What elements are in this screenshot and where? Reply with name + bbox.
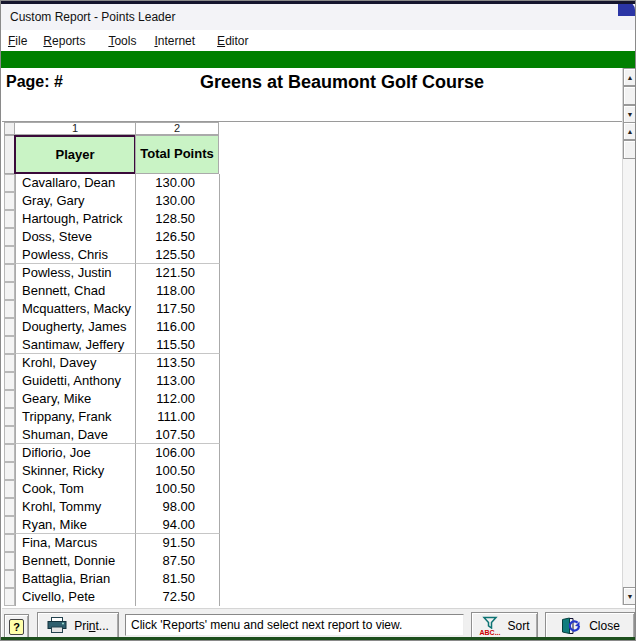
table-scrollbar-thumb[interactable]	[623, 140, 636, 159]
row-header-cell[interactable]	[4, 426, 15, 444]
points-cell[interactable]: 106.00	[136, 444, 220, 462]
row-header-cell[interactable]	[4, 264, 15, 282]
points-cell[interactable]: 100.50	[136, 462, 220, 480]
menu-file[interactable]: File	[3, 32, 32, 50]
player-cell[interactable]: Trippany, Frank	[15, 408, 136, 426]
player-cell[interactable]: Cook, Tom	[15, 480, 136, 498]
player-cell[interactable]: Fina, Marcus	[15, 534, 136, 552]
points-cell[interactable]: 81.50	[136, 570, 220, 588]
row-header-cell[interactable]	[4, 192, 15, 210]
row-header-cell[interactable]	[4, 228, 15, 246]
row-header-cell[interactable]	[4, 588, 15, 606]
row-header-cell[interactable]	[4, 300, 15, 318]
row-header-cell[interactable]	[4, 462, 15, 480]
player-cell[interactable]: Shuman, Dave	[15, 426, 136, 444]
row-header-cell[interactable]	[4, 444, 15, 462]
player-cell[interactable]: Santimaw, Jeffery	[15, 336, 136, 354]
total-points-column-header[interactable]: Total Points	[135, 135, 219, 174]
row-header-cell[interactable]	[4, 534, 15, 552]
row-header-cell[interactable]	[4, 246, 15, 264]
points-cell[interactable]: 125.50	[136, 246, 220, 264]
player-column-header[interactable]: Player	[14, 135, 136, 174]
column-number-1[interactable]: 1	[14, 122, 136, 135]
points-cell[interactable]: 126.50	[136, 228, 220, 246]
points-cell[interactable]: 121.50	[136, 264, 220, 282]
player-cell[interactable]: Civello, Pete	[15, 588, 136, 606]
menu-reports-rest: eports	[52, 34, 85, 48]
player-cell[interactable]: Dougherty, James	[15, 318, 136, 336]
row-header-cell[interactable]	[4, 174, 15, 192]
points-cell[interactable]: 118.00	[136, 282, 220, 300]
title-bar[interactable]: Custom Report - Points Leader	[1, 4, 635, 30]
player-cell[interactable]: Mcquatters, Macky	[15, 300, 136, 318]
table-scroll-up-button[interactable]: ▲	[623, 122, 636, 140]
points-cell[interactable]: 98.00	[136, 498, 220, 516]
player-cell[interactable]: Cavallaro, Dean	[15, 174, 136, 192]
close-button[interactable]: Close	[545, 612, 635, 639]
table-row: Shuman, Dave 107.50	[2, 426, 622, 444]
points-cell[interactable]: 100.50	[136, 480, 220, 498]
row-header-cell[interactable]	[4, 480, 15, 498]
points-cell[interactable]: 94.00	[136, 516, 220, 534]
points-cell[interactable]: 130.00	[136, 174, 220, 192]
help-button[interactable]: ?	[4, 614, 29, 639]
player-cell[interactable]: Diflorio, Joe	[15, 444, 136, 462]
sort-button[interactable]: ABC... Sort	[471, 612, 538, 639]
row-header-cell[interactable]	[4, 390, 15, 408]
menu-editor[interactable]: Editor	[212, 32, 253, 50]
row-header-cell[interactable]	[4, 408, 15, 426]
points-cell[interactable]: 117.50	[136, 300, 220, 318]
player-cell[interactable]: Powless, Justin	[15, 264, 136, 282]
menu-tools[interactable]: Tools	[103, 32, 141, 50]
print-button[interactable]: Print...	[37, 612, 119, 639]
row-header-cell[interactable]	[4, 552, 15, 570]
player-cell[interactable]: Doss, Steve	[15, 228, 136, 246]
row-header-cell[interactable]	[4, 210, 15, 228]
table-row: Civello, Pete 72.50	[2, 588, 622, 606]
points-cell[interactable]: 112.00	[136, 390, 220, 408]
column-number-2[interactable]: 2	[135, 122, 219, 135]
player-cell[interactable]: Bennett, Donnie	[15, 552, 136, 570]
table-scrollbar[interactable]: ▲ ▼	[622, 122, 636, 605]
table-row: Santimaw, Jeffery 115.50	[2, 336, 622, 354]
player-cell[interactable]: Ryan, Mike	[15, 516, 136, 534]
row-header-cell[interactable]	[4, 318, 15, 336]
status-message-box: Click 'Reports' menu and select next rep…	[125, 614, 464, 636]
points-cell[interactable]: 130.00	[136, 192, 220, 210]
header-scroll-down-button[interactable]: ▼	[623, 105, 636, 123]
player-cell[interactable]: Skinner, Ricky	[15, 462, 136, 480]
points-cell[interactable]: 91.50	[136, 534, 220, 552]
player-cell[interactable]: Powless, Chris	[15, 246, 136, 264]
points-cell[interactable]: 72.50	[136, 588, 220, 606]
points-cell[interactable]: 128.50	[136, 210, 220, 228]
player-cell[interactable]: Geary, Mike	[15, 390, 136, 408]
menu-internet[interactable]: Internet	[149, 32, 200, 50]
player-cell[interactable]: Battaglia, Brian	[15, 570, 136, 588]
header-scroll-up-button[interactable]: ▲	[623, 68, 636, 86]
row-header-cell[interactable]	[4, 336, 15, 354]
table-scroll-down-button[interactable]: ▼	[623, 587, 636, 605]
row-header-cell[interactable]	[4, 282, 15, 300]
row-header-cell[interactable]	[4, 354, 15, 372]
points-cell[interactable]: 115.50	[136, 336, 220, 354]
points-cell[interactable]: 107.50	[136, 426, 220, 444]
row-header-cell[interactable]	[4, 498, 15, 516]
player-cell[interactable]: Bennett, Chad	[15, 282, 136, 300]
player-cell[interactable]: Gray, Gary	[15, 192, 136, 210]
row-header-cell[interactable]	[4, 372, 15, 390]
header-scrollbar[interactable]: ▲ ▼	[622, 68, 636, 122]
player-cell[interactable]: Guidetti, Anthony	[15, 372, 136, 390]
points-cell[interactable]: 113.00	[136, 372, 220, 390]
player-cell[interactable]: Krohl, Davey	[15, 354, 136, 372]
player-cell[interactable]: Hartough, Patrick	[15, 210, 136, 228]
points-cell[interactable]: 111.00	[136, 408, 220, 426]
header-scrollbar-thumb[interactable]	[623, 86, 636, 105]
row-header-cell[interactable]	[4, 570, 15, 588]
table-row: Battaglia, Brian 81.50	[2, 570, 622, 588]
points-cell[interactable]: 113.50	[136, 354, 220, 372]
row-header-cell[interactable]	[4, 516, 15, 534]
menu-reports[interactable]: Reports	[38, 32, 90, 50]
points-cell[interactable]: 116.00	[136, 318, 220, 336]
points-cell[interactable]: 87.50	[136, 552, 220, 570]
player-cell[interactable]: Krohl, Tommy	[15, 498, 136, 516]
